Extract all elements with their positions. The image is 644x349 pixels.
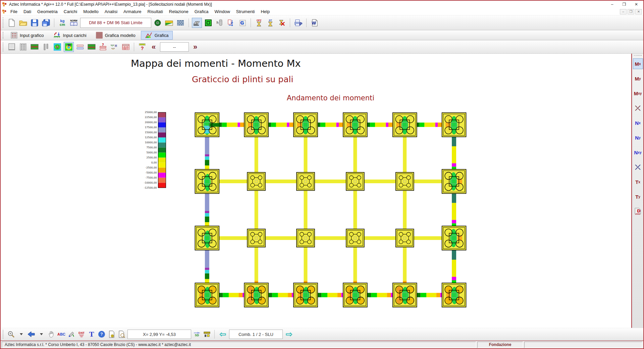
menu-relazione[interactable]: Relazione [166,8,192,15]
plinth[interactable] [442,113,466,137]
snap-grid-button[interactable]: SD [193,330,201,339]
plinth[interactable] [297,229,315,247]
next-combination-button[interactable]: ⇨ [284,329,294,339]
masonry-button[interactable] [175,18,185,28]
plinth[interactable] [442,226,466,250]
recalc-button[interactable]: G [237,18,248,28]
stop-analysis-button[interactable] [277,18,287,28]
tab-grafica[interactable]: Grafica [141,31,173,40]
print-preview-button[interactable] [117,330,126,339]
save-all-button[interactable] [41,18,51,28]
back-view-dropdown[interactable] [37,330,46,339]
plinth[interactable] [346,229,364,247]
page-setup-button[interactable] [107,330,116,339]
menu-help[interactable]: Help [258,8,273,15]
moment-directions-icon[interactable]: ⤫ [633,103,643,113]
plinth[interactable] [297,172,315,191]
help-button[interactable]: ? [97,330,106,339]
plinth[interactable] [396,229,414,247]
plinth[interactable] [293,113,318,137]
toolbar-drag-handle[interactable] [3,17,4,28]
plinth[interactable] [247,172,265,191]
my-button[interactable]: My [633,73,643,84]
plinth[interactable] [247,229,265,247]
grid-model-button[interactable] [192,18,202,28]
toolbar-drag-handle[interactable] [3,330,4,338]
plinth[interactable] [195,113,219,137]
load-case-button[interactable]: ? [98,42,108,52]
mx-button[interactable]: Mx [633,58,643,69]
displacement-map-button[interactable]: U [52,42,62,52]
nx-button[interactable]: Nx [633,117,643,128]
ty-button[interactable]: Ty [633,191,643,202]
nxy-button[interactable]: Nxy [633,147,643,158]
plinth[interactable] [396,172,414,191]
options-analysis-button[interactable]: OPZ [254,18,264,28]
menu-dati[interactable]: Dati [20,8,34,15]
plinth[interactable] [293,283,318,307]
norm-combo[interactable]: DM 88 + DM 96 Stati Limite [80,18,151,28]
minimize-button[interactable]: – [606,1,618,8]
open-file-button[interactable] [18,18,28,28]
moment-map-drawing[interactable]: 25000,0022500,0020000,0017500,0015000,00… [1,54,631,328]
zoom-dropdown[interactable] [17,330,25,339]
menu-geometria[interactable]: Geometria [34,8,61,15]
menu-analisi[interactable]: Analisi [102,8,120,15]
next-result-button[interactable]: » [190,42,200,52]
tab-input-grafico[interactable]: Input grafico [7,31,48,40]
results-table-button[interactable]: 1 2 [121,42,131,52]
plinth[interactable] [343,283,367,307]
ny-button[interactable]: Ny [633,132,643,143]
moment-diagram-button[interactable]: M [109,42,119,52]
plinth[interactable] [393,113,417,137]
prev-combination-button[interactable]: ⇦ [218,329,228,339]
result-combo[interactable]: -- [160,42,189,52]
plinth[interactable] [393,283,417,307]
font-button[interactable]: ABC [57,330,66,339]
menu-strumenti[interactable]: Strumenti [233,8,258,15]
moment-map-button[interactable]: M [64,42,74,52]
mdi-close-button[interactable]: ✕ [635,9,642,14]
word-report-button[interactable]: W [310,18,320,28]
plinth[interactable] [346,172,364,191]
plinth[interactable] [442,169,466,194]
plinth[interactable] [195,283,219,307]
nodes-view-button[interactable] [18,42,28,52]
pan-button[interactable] [47,330,56,339]
close-button[interactable]: ✕ [631,1,642,8]
dxf-export-button[interactable]: DXF [77,330,86,339]
restore-button[interactable]: ❐ [619,1,630,8]
toolbar-drag-handle[interactable] [3,43,4,52]
color-style-button[interactable] [67,330,76,339]
plinth[interactable] [195,169,219,194]
combination-combo[interactable]: Comb. 1 / 2 - SLU [229,330,283,339]
tab-grafica-modello[interactable]: Grafica modello [92,31,140,40]
frame-view-button[interactable] [7,42,17,52]
new-file-button[interactable] [7,18,17,28]
mdi-minimize-button[interactable]: – [620,9,627,14]
save-button[interactable] [30,18,40,28]
soil-profile-button[interactable] [30,42,40,52]
force-directions-icon[interactable]: ⤫ [633,162,643,172]
loads-button[interactable] [226,18,236,28]
piles-view-button[interactable] [41,42,51,52]
units-button[interactable]: kgcm [57,18,67,28]
drawing-canvas[interactable]: Mappa dei momenti - Momento Mx Graticcio… [1,54,632,328]
menu-file[interactable]: File [7,8,20,15]
menu-modello[interactable]: Modello [80,8,102,15]
text-tool-button[interactable]: T [87,330,96,339]
norm-book-button[interactable]: NORM [69,18,79,28]
prev-result-button[interactable]: « [149,42,159,52]
measure-button[interactable] [203,330,211,339]
plinth[interactable] [442,283,466,307]
menu-risultati[interactable]: Risultati [145,8,166,15]
toolbar-drag-handle[interactable] [634,55,642,56]
materials-wheel-button[interactable] [153,18,163,28]
query-element-button[interactable]: ? [137,42,147,52]
menu-armature[interactable]: Armature [120,8,144,15]
tx-button[interactable]: Tx [633,177,643,187]
tab-input-carichi[interactable]: Input carichi [49,31,91,40]
plinth[interactable] [343,113,367,137]
pile-button[interactable]: h [215,18,225,28]
mxy-button[interactable]: Mxy [633,88,643,99]
